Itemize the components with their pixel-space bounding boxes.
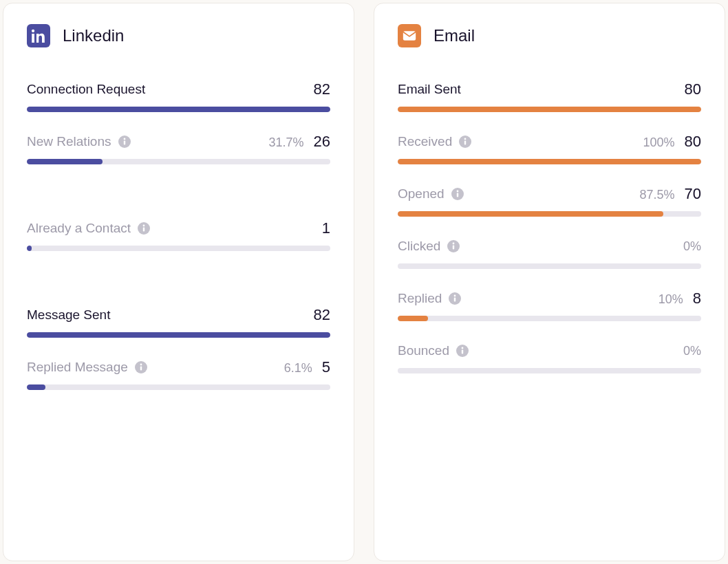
- metric-label-wrap: New Relations: [27, 134, 131, 149]
- progress-track: [398, 316, 701, 321]
- metric-percent: 100%: [643, 135, 674, 150]
- metric-label-wrap: Replied: [398, 291, 461, 306]
- progress-track: [27, 107, 330, 112]
- metric-header: Bounced0%: [398, 342, 701, 360]
- progress-fill: [27, 107, 330, 112]
- info-icon[interactable]: [451, 188, 464, 200]
- metric-values: 80: [685, 80, 701, 98]
- metric-values: 1: [322, 219, 330, 237]
- metric-label-wrap: Connection Request: [27, 82, 145, 97]
- metric-row: New Relations31.7%26: [27, 133, 330, 164]
- section-gap: [27, 185, 330, 219]
- metric-values: 0%: [683, 239, 701, 254]
- svg-rect-3: [143, 228, 144, 232]
- metric-percent: 0%: [683, 239, 701, 254]
- metric-row: Replied10%8: [398, 290, 701, 321]
- metric-count: 70: [685, 185, 701, 203]
- metric-label: Email Sent: [398, 82, 461, 97]
- metric-count: 26: [314, 133, 330, 151]
- metric-percent: 87.5%: [639, 188, 674, 202]
- metric-label: Connection Request: [27, 82, 145, 97]
- progress-track: [398, 263, 701, 269]
- metric-values: 100%80: [643, 133, 701, 151]
- progress-fill: [398, 159, 701, 164]
- linkedin-icon: [27, 24, 50, 47]
- progress-fill: [398, 316, 428, 321]
- metric-values: 82: [314, 306, 330, 324]
- svg-point-2: [143, 225, 145, 227]
- svg-point-4: [140, 364, 142, 366]
- svg-rect-8: [464, 141, 466, 145]
- email-icon: [398, 24, 421, 47]
- metric-count: 80: [685, 133, 701, 151]
- linkedin-card: Linkedin Connection Request82New Relatio…: [3, 3, 354, 561]
- email-metrics: Email Sent80Received100%80Opened87.5%70C…: [398, 80, 701, 394]
- metric-label: Opened: [398, 186, 445, 202]
- linkedin-card-header: Linkedin: [27, 24, 330, 47]
- progress-track: [398, 368, 701, 373]
- metric-row: Message Sent82: [27, 306, 330, 338]
- metric-label-wrap: Received: [398, 134, 471, 149]
- progress-track: [27, 332, 330, 338]
- info-icon[interactable]: [118, 135, 131, 148]
- metric-label: Replied Message: [27, 360, 128, 375]
- info-icon[interactable]: [449, 292, 461, 305]
- metric-label-wrap: Email Sent: [398, 82, 461, 97]
- progress-fill: [398, 107, 701, 112]
- metric-header: Replied10%8: [398, 290, 701, 307]
- email-card: Email Email Sent80Received100%80Opened87…: [374, 3, 725, 561]
- info-icon[interactable]: [447, 240, 460, 252]
- metric-row: Bounced0%: [398, 342, 701, 373]
- metric-header: New Relations31.7%26: [27, 133, 330, 151]
- progress-track: [398, 211, 701, 217]
- email-card-title: Email: [433, 26, 475, 45]
- progress-track: [27, 384, 330, 390]
- svg-rect-14: [454, 298, 456, 302]
- svg-point-9: [456, 191, 458, 193]
- metric-count: 8: [693, 290, 701, 307]
- progress-track: [398, 159, 701, 164]
- svg-point-7: [464, 138, 467, 140]
- metric-percent: 10%: [659, 292, 683, 307]
- metric-values: 6.1%5: [284, 358, 330, 376]
- progress-fill: [27, 384, 45, 390]
- progress-fill: [27, 332, 330, 338]
- linkedin-card-title: Linkedin: [63, 26, 124, 45]
- metric-label: Message Sent: [27, 307, 110, 323]
- progress-track: [398, 107, 701, 112]
- metric-row: Email Sent80: [398, 80, 701, 112]
- metric-row: Opened87.5%70: [398, 185, 701, 217]
- info-icon[interactable]: [456, 345, 469, 357]
- svg-point-11: [453, 243, 455, 245]
- metric-percent: 6.1%: [284, 361, 312, 376]
- metric-label-wrap: Clicked: [398, 239, 460, 254]
- metric-count: 82: [314, 306, 330, 324]
- metric-label: Clicked: [398, 239, 440, 254]
- metric-label: New Relations: [27, 134, 111, 149]
- progress-fill: [27, 159, 103, 164]
- info-icon[interactable]: [135, 361, 147, 373]
- metric-row: Clicked0%: [398, 237, 701, 269]
- metric-values: 87.5%70: [639, 185, 701, 203]
- metric-percent: 31.7%: [268, 135, 303, 150]
- info-icon[interactable]: [138, 222, 150, 235]
- metric-row: Received100%80: [398, 133, 701, 164]
- svg-rect-5: [140, 367, 142, 371]
- metric-count: 1: [322, 219, 330, 237]
- svg-point-13: [454, 295, 456, 297]
- metric-header: Connection Request82: [27, 80, 330, 98]
- svg-rect-16: [462, 350, 463, 354]
- metric-label-wrap: Already a Contact: [27, 221, 150, 236]
- metric-count: 5: [322, 358, 330, 376]
- svg-point-0: [123, 138, 125, 140]
- metric-header: Opened87.5%70: [398, 185, 701, 203]
- progress-fill: [398, 211, 663, 217]
- metric-values: 10%8: [659, 290, 701, 307]
- svg-point-15: [462, 347, 464, 349]
- progress-track: [27, 246, 330, 251]
- metric-label: Bounced: [398, 343, 449, 358]
- metric-values: 82: [314, 80, 330, 98]
- progress-fill: [27, 246, 32, 251]
- info-icon[interactable]: [459, 135, 471, 148]
- progress-track: [27, 159, 330, 164]
